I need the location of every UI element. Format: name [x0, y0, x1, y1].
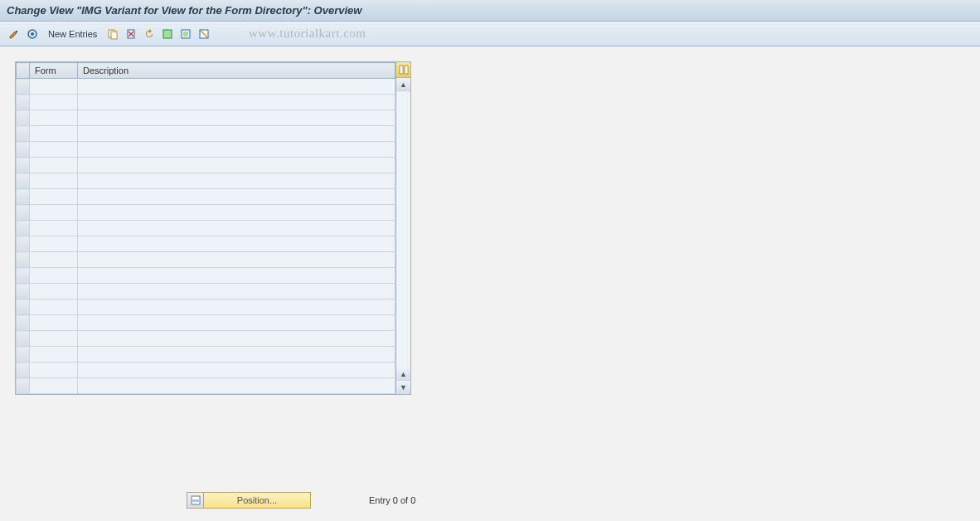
- row-selector[interactable]: [17, 299, 30, 315]
- scroll-down-button[interactable]: ▼: [396, 381, 410, 394]
- new-entries-button[interactable]: New Entries: [43, 27, 102, 41]
- cell-form[interactable]: [30, 95, 78, 110]
- row-selector[interactable]: [17, 252, 30, 268]
- cell-description[interactable]: [78, 363, 395, 378]
- cell-form[interactable]: [30, 126, 78, 142]
- configure-columns-icon[interactable]: [396, 62, 410, 78]
- row-selector[interactable]: [17, 378, 30, 394]
- row-selector[interactable]: [17, 284, 30, 299]
- cell-description[interactable]: [78, 378, 395, 394]
- cell-description[interactable]: [78, 158, 395, 173]
- svg-rect-10: [400, 66, 403, 74]
- row-selector[interactable]: [17, 95, 30, 110]
- cell-form[interactable]: [30, 331, 78, 347]
- row-selector[interactable]: [17, 173, 30, 189]
- table-row: [17, 189, 395, 205]
- title-bar: Change View "IMG Variant for View for th…: [0, 0, 980, 22]
- cell-description[interactable]: [78, 126, 395, 142]
- row-selector[interactable]: [17, 189, 30, 205]
- table-row: [17, 173, 395, 189]
- copy-icon[interactable]: [105, 27, 120, 41]
- cell-form[interactable]: [30, 252, 78, 268]
- cell-form[interactable]: [30, 189, 78, 205]
- cell-form[interactable]: [30, 173, 78, 189]
- table-row: [17, 205, 395, 221]
- cell-form[interactable]: [30, 110, 78, 126]
- cell-form[interactable]: [30, 158, 78, 173]
- cell-description[interactable]: [78, 110, 395, 126]
- scroll-track[interactable]: [396, 91, 410, 368]
- vertical-scrollbar: ▲ ▲ ▼: [395, 62, 410, 394]
- table-row: [17, 331, 395, 347]
- delete-icon[interactable]: [124, 27, 138, 41]
- cell-form[interactable]: [30, 142, 78, 158]
- cell-description[interactable]: [78, 315, 395, 331]
- row-selector[interactable]: [17, 315, 30, 331]
- position-button[interactable]: Position...: [187, 492, 311, 509]
- row-selector[interactable]: [17, 126, 30, 142]
- cell-description[interactable]: [78, 79, 395, 95]
- row-selector[interactable]: [17, 363, 30, 378]
- row-selector[interactable]: [17, 221, 30, 236]
- svg-point-2: [31, 32, 34, 36]
- row-selector[interactable]: [17, 205, 30, 221]
- cell-description[interactable]: [78, 284, 395, 299]
- work-area: Form Description ▲ ▲ ▼: [0, 46, 980, 410]
- select-block-icon[interactable]: [178, 27, 193, 41]
- cell-description[interactable]: [78, 268, 395, 284]
- row-selector[interactable]: [17, 79, 30, 95]
- cell-description[interactable]: [78, 252, 395, 268]
- row-selector-header[interactable]: [17, 63, 30, 79]
- table-row: [17, 378, 395, 394]
- row-selector[interactable]: [17, 331, 30, 347]
- table-row: [17, 110, 395, 126]
- scroll-up-button[interactable]: ▲: [396, 78, 410, 91]
- table-row: [17, 221, 395, 236]
- cell-description[interactable]: [78, 173, 395, 189]
- column-header-form[interactable]: Form: [30, 63, 78, 79]
- watermark-text: www.tutorialkart.com: [249, 27, 366, 41]
- row-selector[interactable]: [17, 110, 30, 126]
- cell-description[interactable]: [78, 236, 395, 252]
- cell-form[interactable]: [30, 284, 78, 299]
- svg-rect-11: [405, 66, 408, 74]
- cell-form[interactable]: [30, 79, 78, 95]
- cell-description[interactable]: [78, 95, 395, 110]
- cell-description[interactable]: [78, 347, 395, 363]
- cell-description[interactable]: [78, 299, 395, 315]
- cell-form[interactable]: [30, 299, 78, 315]
- cell-form[interactable]: [30, 363, 78, 378]
- row-selector[interactable]: [17, 142, 30, 158]
- cell-form[interactable]: [30, 378, 78, 394]
- cell-description[interactable]: [78, 221, 395, 236]
- cell-description[interactable]: [78, 189, 395, 205]
- table-row: [17, 142, 395, 158]
- table-row: [17, 315, 395, 331]
- cell-description[interactable]: [78, 331, 395, 347]
- cell-form[interactable]: [30, 205, 78, 221]
- cell-description[interactable]: [78, 142, 395, 158]
- toggle-display-change-icon[interactable]: [7, 27, 22, 41]
- cell-form[interactable]: [30, 236, 78, 252]
- entry-count-text: Entry 0 of 0: [369, 495, 415, 505]
- cell-form[interactable]: [30, 315, 78, 331]
- table-row: [17, 95, 395, 110]
- table-row: [17, 252, 395, 268]
- row-selector[interactable]: [17, 347, 30, 363]
- cell-form[interactable]: [30, 221, 78, 236]
- row-selector[interactable]: [17, 268, 30, 284]
- row-selector[interactable]: [17, 236, 30, 252]
- svg-rect-8: [183, 32, 188, 37]
- table-row: [17, 236, 395, 252]
- details-icon[interactable]: [25, 27, 40, 41]
- row-selector[interactable]: [17, 158, 30, 173]
- scroll-down-near-button[interactable]: ▲: [396, 368, 410, 381]
- deselect-all-icon[interactable]: [196, 27, 211, 41]
- cell-form[interactable]: [30, 268, 78, 284]
- column-header-description[interactable]: Description: [78, 63, 395, 79]
- cell-description[interactable]: [78, 205, 395, 221]
- table-row: [17, 79, 395, 95]
- select-all-icon[interactable]: [160, 27, 175, 41]
- cell-form[interactable]: [30, 347, 78, 363]
- undo-icon[interactable]: [142, 27, 157, 41]
